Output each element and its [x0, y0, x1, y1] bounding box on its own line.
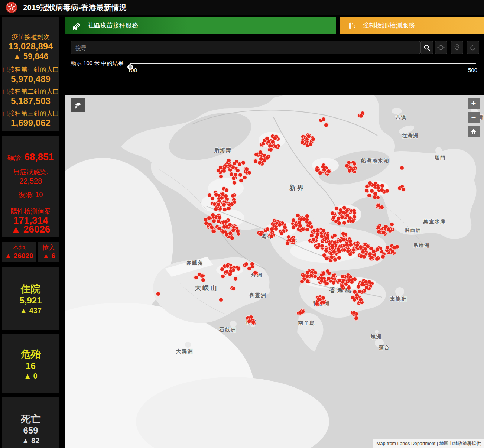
case-marker[interactable] — [336, 247, 341, 251]
case-marker[interactable] — [291, 238, 296, 243]
case-marker[interactable] — [315, 232, 320, 236]
case-marker[interactable] — [225, 264, 230, 268]
case-marker[interactable] — [230, 202, 234, 207]
case-marker[interactable] — [222, 202, 226, 207]
case-marker[interactable] — [309, 233, 314, 238]
case-marker[interactable] — [364, 285, 369, 290]
case-marker[interactable] — [345, 163, 349, 168]
home-extent-button[interactable] — [468, 126, 480, 137]
case-marker[interactable] — [279, 231, 284, 236]
case-marker[interactable] — [212, 229, 216, 234]
case-marker[interactable] — [348, 239, 353, 243]
case-marker[interactable] — [265, 136, 269, 141]
case-marker[interactable] — [351, 248, 356, 252]
case-marker[interactable] — [325, 269, 330, 273]
case-marker[interactable] — [342, 237, 346, 242]
case-marker[interactable] — [308, 142, 313, 146]
case-marker[interactable] — [330, 211, 335, 215]
case-marker[interactable] — [401, 187, 406, 192]
case-marker[interactable] — [265, 227, 270, 231]
case-marker[interactable] — [368, 181, 372, 185]
case-marker[interactable] — [204, 221, 208, 225]
case-marker[interactable] — [315, 245, 319, 250]
case-marker[interactable] — [325, 281, 329, 286]
case-marker[interactable] — [352, 162, 357, 166]
case-marker[interactable] — [324, 123, 328, 127]
case-marker[interactable] — [332, 233, 337, 238]
case-marker[interactable] — [194, 275, 198, 280]
case-marker[interactable] — [231, 286, 236, 291]
case-marker[interactable] — [300, 140, 305, 145]
case-marker[interactable] — [352, 311, 356, 315]
case-marker[interactable] — [337, 278, 342, 283]
case-marker[interactable] — [337, 256, 341, 260]
case-marker[interactable] — [270, 140, 275, 144]
case-marker[interactable] — [254, 152, 259, 157]
case-marker[interactable] — [375, 257, 379, 261]
case-marker[interactable] — [300, 279, 304, 284]
case-marker[interactable] — [354, 316, 358, 321]
case-marker[interactable] — [352, 298, 357, 302]
case-marker[interactable] — [230, 236, 234, 240]
search-button[interactable] — [420, 41, 433, 54]
case-marker[interactable] — [233, 173, 238, 177]
case-marker[interactable] — [299, 217, 303, 221]
case-marker[interactable] — [232, 181, 237, 185]
case-marker[interactable] — [273, 144, 278, 149]
case-marker[interactable] — [340, 284, 344, 288]
case-marker[interactable] — [364, 280, 368, 284]
case-marker[interactable] — [367, 193, 371, 198]
case-marker[interactable] — [251, 320, 256, 324]
case-marker[interactable] — [325, 256, 329, 261]
case-marker[interactable] — [334, 206, 339, 211]
case-marker[interactable] — [224, 188, 229, 192]
case-marker[interactable] — [247, 171, 251, 175]
case-marker[interactable] — [385, 189, 389, 193]
case-marker[interactable] — [302, 274, 306, 278]
case-marker[interactable] — [331, 273, 336, 278]
case-marker[interactable] — [340, 215, 344, 220]
case-marker[interactable] — [207, 216, 211, 220]
case-marker[interactable] — [221, 274, 225, 279]
case-marker[interactable] — [381, 254, 385, 259]
case-marker[interactable] — [233, 277, 238, 281]
case-marker[interactable] — [228, 269, 233, 273]
case-marker[interactable] — [277, 223, 282, 227]
case-marker[interactable] — [214, 192, 218, 197]
case-marker[interactable] — [373, 195, 377, 199]
case-marker[interactable] — [231, 228, 235, 233]
case-marker[interactable] — [257, 160, 262, 165]
case-marker[interactable] — [400, 166, 404, 170]
case-marker[interactable] — [333, 257, 337, 262]
case-marker[interactable] — [201, 278, 205, 282]
case-marker[interactable] — [311, 137, 315, 142]
case-marker[interactable] — [377, 230, 381, 234]
case-marker[interactable] — [298, 311, 302, 315]
case-marker[interactable] — [221, 230, 225, 234]
case-marker[interactable] — [361, 250, 365, 254]
case-marker[interactable] — [321, 271, 326, 275]
tab-testing-services[interactable]: 強制檢測/檢測服務 — [340, 17, 484, 34]
case-marker[interactable] — [258, 150, 263, 155]
case-marker[interactable] — [235, 229, 240, 233]
locate-me-button[interactable] — [435, 41, 447, 54]
case-marker[interactable] — [224, 220, 228, 224]
case-marker[interactable] — [222, 169, 226, 173]
reset-button[interactable] — [467, 41, 479, 54]
case-marker[interactable] — [381, 230, 386, 235]
case-marker[interactable] — [345, 243, 349, 247]
case-marker[interactable] — [306, 134, 311, 139]
case-marker[interactable] — [386, 227, 391, 231]
case-marker[interactable] — [347, 286, 351, 290]
case-marker[interactable] — [375, 247, 380, 251]
case-marker[interactable] — [219, 298, 223, 302]
case-marker[interactable] — [358, 245, 363, 249]
case-marker[interactable] — [200, 274, 204, 278]
case-marker[interactable] — [380, 184, 384, 188]
case-marker[interactable] — [342, 205, 347, 210]
case-marker[interactable] — [376, 186, 380, 190]
case-marker[interactable] — [345, 213, 350, 218]
case-marker[interactable] — [222, 207, 227, 212]
case-marker[interactable] — [224, 194, 228, 198]
case-marker[interactable] — [364, 188, 369, 193]
